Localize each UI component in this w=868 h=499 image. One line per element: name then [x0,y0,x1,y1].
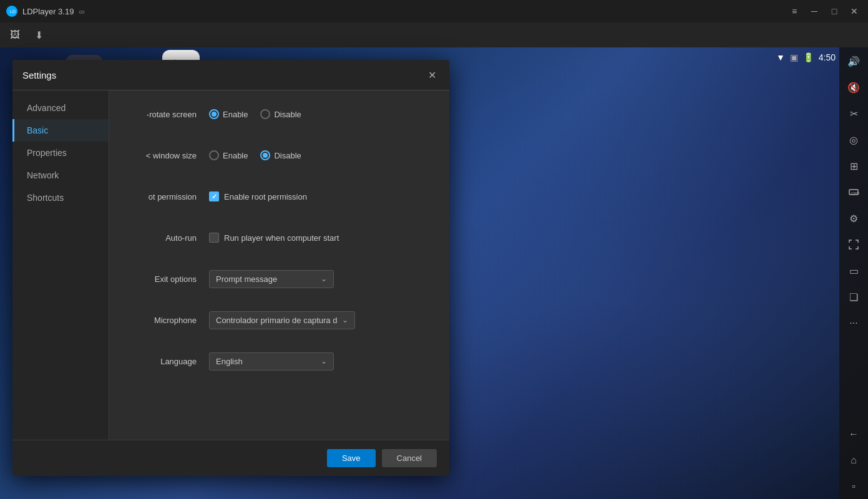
app-title: LDPlayer 3.19 [22,7,74,16]
root-permission-row: ot permission ✓ Enable root permission [128,185,431,208]
window-enable-radio-outer [209,150,219,160]
auto-run-label: Auto-run [128,233,209,243]
nav-basic[interactable]: Basic [12,119,109,142]
volume-icon[interactable]: 🔊 [841,49,866,74]
rotate-enable-label: Enable [223,110,248,119]
rotate-screen-label: -rotate screen [128,110,209,119]
title-bar: LD LDPlayer 3.19 ∞ ≡ ─ □ ✕ [0,0,868,22]
exit-options-controls: Prompt message ⌄ [209,270,431,288]
rotate-enable-radio-outer [209,109,219,119]
fullscreen-icon[interactable] [841,232,866,257]
svg-text:LD: LD [10,9,16,14]
settings-dialog: Settings ✕ Advanced Basic Properties Net… [12,60,449,476]
language-row: Language English ⌄ [128,350,431,372]
language-label: Language [128,357,209,366]
window-disable-radio[interactable]: Disable [260,150,301,160]
settings-header: Settings ✕ [12,60,449,90]
window-disable-label: Disable [274,151,301,160]
minimize-button[interactable]: ─ [806,2,823,20]
settings-footer: Save Cancel [12,440,449,476]
mute-icon[interactable]: 🔇 [841,75,866,100]
settings-title: Settings [22,70,56,80]
auto-run-checkbox [209,233,219,243]
exit-options-label: Exit options [128,274,209,284]
root-permission-tick: ✓ [212,193,217,201]
title-bar-left: LD LDPlayer 3.19 ∞ [0,6,786,17]
language-dropdown[interactable]: English ⌄ [209,352,334,371]
download-button[interactable]: ⬇ [30,26,47,44]
home-icon[interactable]: ⌂ [841,448,866,473]
microphone-value: Controlador primario de captura d [216,316,337,325]
scissors-icon[interactable]: ✂ [841,101,866,126]
rotate-disable-radio-outer [260,109,270,119]
auto-run-checkbox-label: Run player when computer start [224,233,339,243]
right-sidebar: ⌨ 🔊 🔇 ✂ ◎ ⊞ GPU ⚙ ▭ ❏ ··· ← ⌂ ▫ [839,0,868,499]
import-icon[interactable]: ⊞ [841,153,866,178]
rotate-disable-label: Disable [274,110,301,119]
settings-body: Advanced Basic Properties Network Shortc… [12,90,449,440]
window-size-controls: Enable Disable [209,150,431,160]
location-icon[interactable]: ◎ [841,127,866,152]
cancel-button[interactable]: Cancel [382,449,437,467]
screenshot-button[interactable]: 🖼 [6,26,24,44]
copy-icon[interactable]: ❏ [841,284,866,309]
language-controls: English ⌄ [209,352,431,371]
auto-run-row: Auto-run Run player when computer start [128,226,431,249]
microphone-controls: Controlador primario de captura d ⌄ [209,311,431,329]
recents-icon[interactable]: ▫ [841,474,866,499]
rotate-enable-radio[interactable]: Enable [209,109,248,119]
display-icon[interactable]: ▭ [841,258,866,283]
settings-content: -rotate screen Enable Disable [109,90,449,440]
rotate-enable-radio-inner [212,112,217,117]
rotate-disable-radio[interactable]: Disable [260,109,301,119]
settings-icon[interactable]: ⚙ [841,206,866,231]
microphone-dropdown[interactable]: Controlador primario de captura d ⌄ [209,311,355,329]
language-arrow: ⌄ [321,357,327,366]
window-disable-radio-inner [263,153,268,158]
window-size-label: < window size [128,151,209,160]
auto-run-checkbox-group[interactable]: Run player when computer start [209,233,339,243]
settings-overlay: Settings ✕ Advanced Basic Properties Net… [0,47,839,499]
nav-advanced[interactable]: Advanced [12,97,109,119]
auto-run-controls: Run player when computer start [209,233,431,243]
back-icon[interactable]: ← [841,422,866,447]
root-permission-checkbox: ✓ [209,191,219,201]
more-icon[interactable]: ··· [841,311,866,336]
close-button[interactable]: ✕ [846,2,863,20]
microphone-label: Microphone [128,316,209,325]
title-bar-controls: ≡ ─ □ ✕ [786,2,868,20]
nav-properties[interactable]: Properties [12,142,109,164]
window-size-row: < window size Enable Disable [128,144,431,167]
root-permission-controls: ✓ Enable root permission [209,191,431,201]
svg-text:GPU: GPU [851,191,859,195]
nav-shortcuts[interactable]: Shortcuts [12,187,109,209]
rotate-screen-row: -rotate screen Enable Disable [128,103,431,125]
desktop: LD LDPlayer 3.19 ∞ ≡ ─ □ ✕ 🖼 ⬇ ▼ ▣ 🔋 4:5… [0,0,868,499]
gpu-icon[interactable]: GPU [841,180,866,205]
window-enable-label: Enable [223,151,248,160]
link-icon: ∞ [79,7,84,16]
toolbar: 🖼 ⬇ ▼ ▣ 🔋 4:50 [0,22,868,47]
microphone-row: Microphone Controlador primario de captu… [128,309,431,331]
maximize-button[interactable]: □ [826,2,843,20]
window-enable-radio[interactable]: Enable [209,150,248,160]
menu-button[interactable]: ≡ [786,2,803,20]
exit-options-row: Exit options Prompt message ⌄ [128,268,431,290]
root-permission-checkbox-label: Enable root permission [224,192,307,201]
save-button[interactable]: Save [327,449,376,467]
app-icon: LD [6,6,17,17]
window-disable-radio-outer [260,150,270,160]
exit-options-arrow: ⌄ [321,274,327,283]
settings-nav: Advanced Basic Properties Network Shortc… [12,90,109,440]
root-permission-label: ot permission [128,192,209,201]
rotate-screen-controls: Enable Disable [209,109,431,119]
exit-options-value: Prompt message [216,274,277,284]
settings-close-button[interactable]: ✕ [424,67,439,82]
language-value: English [216,357,243,366]
exit-options-dropdown[interactable]: Prompt message ⌄ [209,270,334,288]
root-permission-checkbox-group[interactable]: ✓ Enable root permission [209,191,307,201]
microphone-arrow: ⌄ [342,316,348,324]
nav-network[interactable]: Network [12,164,109,187]
